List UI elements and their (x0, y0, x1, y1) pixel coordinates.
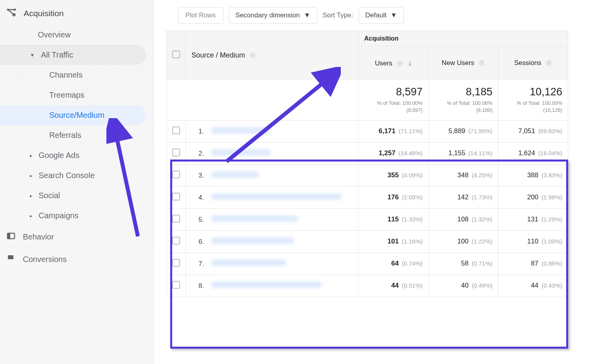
nav-overview[interactable]: Overview (0, 25, 146, 45)
users-cell: 6,171(71.11%) (359, 120, 428, 142)
sessions-cell: 1,624(16.04%) (498, 142, 568, 164)
users-cell: 1,257(14.48%) (359, 142, 428, 164)
nav-treemaps[interactable]: Treemaps (0, 85, 146, 105)
table-row: 2.1,257(14.48%)1,155(14.11%)1,624(16.04%… (167, 142, 568, 164)
new-users-cell: 108(1.32%) (428, 208, 498, 230)
header-dimension[interactable]: Source / Medium ? (186, 31, 359, 80)
sidebar: Acquisition Overview ▼ All Traffic Chann… (0, 0, 154, 364)
totals-row: 8,597% of Total: 100.00% (8,597) 8,185% … (167, 80, 568, 121)
row-checkbox[interactable] (172, 193, 180, 201)
table-row: 1.6,171(71.11%)5,889(71.95%)7,051(69.63%… (167, 120, 568, 142)
caret-right-icon: ▸ (30, 213, 32, 219)
table-row: 6.101(1.16%)100(1.22%)110(1.09%) (167, 230, 568, 253)
sessions-cell: 44(0.43%) (498, 275, 568, 297)
nav-section-conversions[interactable]: Conversions (0, 248, 153, 271)
users-cell: 115(1.33%) (359, 208, 428, 230)
caret-down-icon: ▼ (390, 11, 397, 19)
users-cell: 101(1.16%) (359, 230, 428, 253)
new-users-cell: 58(0.71%) (428, 253, 498, 275)
table-row: 5.115(1.33%)108(1.32%)131(1.29%) (167, 208, 568, 230)
plot-rows-button[interactable]: Plot Rows (178, 7, 223, 24)
row-checkbox[interactable] (172, 237, 180, 245)
source-medium-cell[interactable]: 8. (186, 275, 359, 297)
nav-search-console[interactable]: ▸Search Console (0, 165, 146, 186)
source-medium-cell[interactable]: 1. (186, 120, 359, 142)
help-icon[interactable]: ? (546, 60, 552, 66)
header-checkbox-col (167, 31, 186, 80)
header-group-acquisition: Acquisition (359, 31, 568, 46)
nav-referrals[interactable]: Referrals (0, 125, 146, 145)
report-table: Source / Medium ? Acquisition Users ? ↓ … (166, 31, 568, 297)
caret-down-icon: ▼ (30, 52, 35, 58)
users-cell: 176(2.03%) (359, 186, 428, 208)
new-users-cell: 142(1.73%) (428, 186, 498, 208)
table-row: 8.44(0.51%)40(0.49%)44(0.43%) (167, 275, 568, 297)
nav-social[interactable]: ▸Social (0, 186, 146, 206)
caret-right-icon: ▸ (30, 153, 32, 158)
source-medium-cell[interactable]: 3. (186, 164, 359, 186)
sort-descending-icon: ↓ (408, 58, 412, 67)
caret-down-icon: ▼ (304, 11, 310, 19)
nav-channels[interactable]: Channels (0, 65, 146, 85)
header-users[interactable]: Users ? ↓ (359, 46, 428, 80)
new-users-cell: 1,155(14.11%) (428, 142, 498, 164)
source-medium-cell[interactable]: 6. (186, 230, 359, 253)
source-medium-cell[interactable]: 7. (186, 253, 359, 275)
svg-rect-6 (7, 233, 10, 239)
row-checkbox[interactable] (172, 281, 180, 289)
users-cell: 64(0.74%) (359, 253, 428, 275)
table-row: 7.64(0.74%)58(0.71%)87(0.86%) (167, 253, 568, 275)
caret-right-icon: ▸ (30, 193, 32, 199)
nav-section-label: Acquisition (24, 9, 64, 18)
row-checkbox[interactable] (172, 215, 180, 223)
conversions-icon (6, 254, 16, 265)
new-users-cell: 40(0.49%) (428, 275, 498, 297)
behavior-icon (6, 231, 16, 243)
help-icon[interactable]: ? (397, 61, 403, 67)
sort-type-label: Sort Type: (323, 11, 353, 19)
new-users-cell: 5,889(71.95%) (428, 120, 498, 142)
table-row: 3.355(4.09%)348(4.25%)388(3.83%) (167, 164, 568, 186)
users-cell: 355(4.09%) (359, 164, 428, 186)
nav-campaigns[interactable]: ▸Campaigns (0, 206, 146, 226)
secondary-dimension-dropdown[interactable]: Secondary dimension ▼ (229, 7, 317, 24)
new-users-cell: 348(4.25%) (428, 164, 498, 186)
help-icon[interactable]: ? (249, 52, 256, 59)
row-checkbox[interactable] (172, 171, 180, 178)
sessions-cell: 131(1.29%) (498, 208, 568, 230)
row-checkbox[interactable] (172, 259, 180, 267)
help-icon[interactable]: ? (479, 60, 485, 66)
new-users-cell: 100(1.22%) (428, 230, 498, 253)
nav-all-traffic[interactable]: ▼ All Traffic (0, 45, 146, 65)
row-checkbox[interactable] (172, 149, 180, 156)
nav-source-medium[interactable]: Source/Medium (0, 105, 146, 125)
sort-type-dropdown[interactable]: Default ▼ (359, 7, 404, 24)
toolbar: Plot Rows Secondary dimension ▼ Sort Typ… (178, 7, 591, 24)
select-all-checkbox[interactable] (172, 50, 180, 58)
users-cell: 44(0.51%) (359, 275, 428, 297)
source-medium-cell[interactable]: 2. (186, 142, 359, 164)
header-sessions[interactable]: Sessions ? (498, 46, 568, 80)
nav-google-ads[interactable]: ▸Google Ads (0, 145, 146, 165)
header-new-users[interactable]: New Users ? (428, 46, 498, 80)
source-medium-cell[interactable]: 4. (186, 186, 359, 208)
acquisition-icon (6, 7, 17, 19)
nav-section-acquisition[interactable]: Acquisition (0, 2, 153, 25)
sessions-cell: 7,051(69.63%) (498, 120, 568, 142)
svg-point-2 (14, 9, 16, 11)
main-content: Plot Rows Secondary dimension ▼ Sort Typ… (154, 0, 591, 364)
source-medium-cell[interactable]: 5. (186, 208, 359, 230)
row-checkbox[interactable] (172, 126, 180, 134)
caret-right-icon: ▸ (30, 173, 32, 178)
sessions-cell: 388(3.83%) (498, 164, 568, 186)
table-row: 4.176(2.03%)142(1.73%)200(1.98%) (167, 186, 568, 208)
sessions-cell: 110(1.09%) (498, 230, 568, 253)
sessions-cell: 87(0.86%) (498, 253, 568, 275)
nav-section-behavior[interactable]: Behavior (0, 226, 153, 248)
sessions-cell: 200(1.98%) (498, 186, 568, 208)
